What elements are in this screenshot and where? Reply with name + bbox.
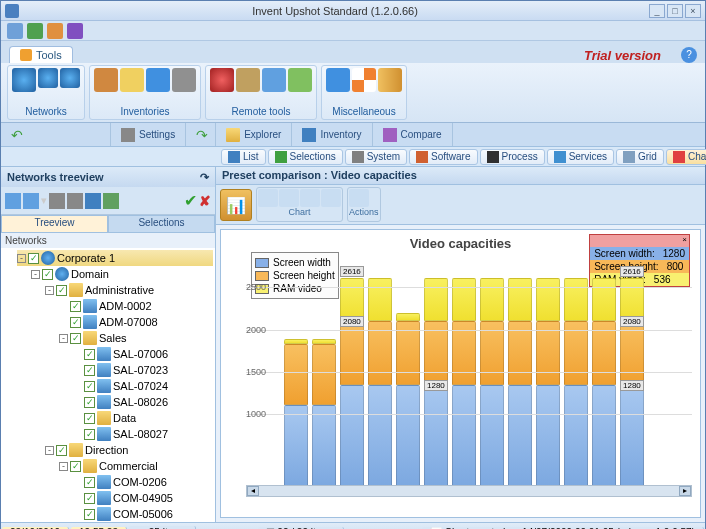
qat-icon[interactable]: [7, 23, 23, 39]
chart-bar[interactable]: 261620801280: [620, 278, 644, 487]
chart-tool[interactable]: [321, 189, 341, 207]
subtab-treeview[interactable]: Treeview: [1, 215, 108, 233]
checkbox[interactable]: ✓: [84, 429, 95, 440]
qat-icon[interactable]: [67, 23, 83, 39]
tool-icon[interactable]: [49, 193, 65, 209]
back-arrow-icon[interactable]: ↶: [11, 127, 23, 143]
view-software[interactable]: Software: [409, 149, 477, 165]
tree-node[interactable]: +✓COM-05006: [73, 506, 213, 522]
checkbox[interactable]: ✓: [84, 365, 95, 376]
tree-node[interactable]: -✓Corporate 1: [17, 250, 213, 266]
remote-icon[interactable]: [236, 68, 260, 92]
checkbox[interactable]: ✓: [84, 477, 95, 488]
chart-bar[interactable]: 26162080: [340, 278, 364, 487]
checkbox[interactable]: ✓: [70, 333, 81, 344]
help-icon[interactable]: ?: [681, 47, 697, 63]
globe-icon[interactable]: [60, 68, 80, 88]
tool-icon[interactable]: [23, 193, 39, 209]
expand-icon[interactable]: -: [45, 446, 54, 455]
refresh-icon[interactable]: ↷: [200, 171, 209, 184]
tree-node[interactable]: +✓SAL-08027: [73, 426, 213, 442]
checkbox[interactable]: ✓: [42, 269, 53, 280]
chart-tool[interactable]: [258, 189, 278, 207]
mode-compare[interactable]: Compare: [373, 123, 453, 146]
exit-icon[interactable]: [378, 68, 402, 92]
mode-settings[interactable]: Settings: [111, 123, 186, 146]
tree-node[interactable]: +✓SAL-08026: [73, 394, 213, 410]
tab-tools[interactable]: Tools: [9, 46, 73, 63]
plot-area[interactable]: 261620801280261620801280 ◂ ▸ 10001500200…: [246, 266, 692, 499]
chart-bar[interactable]: [396, 313, 420, 487]
tooltip-close[interactable]: ×: [590, 235, 689, 247]
checkbox[interactable]: ✓: [84, 349, 95, 360]
chart-bar[interactable]: [508, 278, 532, 487]
tree-node[interactable]: +✓COM-0206: [73, 474, 213, 490]
expand-icon[interactable]: -: [31, 270, 40, 279]
network-tree[interactable]: -✓Corporate 1-✓Domain-✓Administrative+✓A…: [1, 248, 215, 522]
expand-icon[interactable]: -: [45, 286, 54, 295]
globe-icon[interactable]: [12, 68, 36, 92]
chart-bar[interactable]: [452, 278, 476, 487]
close-button[interactable]: ×: [685, 4, 701, 18]
magnify-icon[interactable]: [120, 68, 144, 92]
subtab-selections[interactable]: Selections: [108, 215, 215, 233]
globe-icon[interactable]: [38, 68, 58, 88]
checkbox[interactable]: ✓: [84, 413, 95, 424]
gear-icon[interactable]: [172, 68, 196, 92]
tree-node[interactable]: +✓ADM-0002: [59, 298, 213, 314]
view-list[interactable]: List: [221, 149, 266, 165]
checkbox[interactable]: ✓: [56, 285, 67, 296]
expand-icon[interactable]: -: [59, 462, 68, 471]
tree-node[interactable]: -✓Administrative: [45, 282, 213, 298]
chart-bar[interactable]: [592, 278, 616, 487]
forward-arrow-icon[interactable]: ↷: [196, 127, 208, 143]
broadcast-icon[interactable]: [210, 68, 234, 92]
check-icon[interactable]: ✔: [184, 191, 197, 210]
checkbox[interactable]: ✓: [70, 461, 81, 472]
qat-icon[interactable]: [27, 23, 43, 39]
tree-node[interactable]: +✓SAL-07023: [73, 362, 213, 378]
view-services[interactable]: Services: [547, 149, 614, 165]
chart-tool[interactable]: [300, 189, 320, 207]
tool-icon[interactable]: [67, 193, 83, 209]
box-icon[interactable]: [94, 68, 118, 92]
view-chart[interactable]: Chart: [666, 149, 706, 165]
checkbox[interactable]: ✓: [56, 445, 67, 456]
checkbox[interactable]: ✓: [28, 253, 39, 264]
tool-icon[interactable]: [103, 193, 119, 209]
tree-node[interactable]: -✓Domain: [31, 266, 213, 282]
view-grid[interactable]: Grid: [616, 149, 664, 165]
tree-node[interactable]: +✓SAL-07024: [73, 378, 213, 394]
chart-bar[interactable]: [480, 278, 504, 487]
chart-bar[interactable]: [368, 278, 392, 487]
info-icon[interactable]: [326, 68, 350, 92]
view-selections[interactable]: Selections: [268, 149, 343, 165]
chart-bar[interactable]: [312, 339, 336, 487]
x-icon[interactable]: ✘: [199, 193, 211, 209]
view-process[interactable]: Process: [480, 149, 545, 165]
tool-icon[interactable]: [85, 193, 101, 209]
tree-node[interactable]: +✓ADM-07008: [59, 314, 213, 330]
tree-node[interactable]: -✓Direction: [45, 442, 213, 458]
mode-explorer[interactable]: Explorer: [216, 123, 292, 146]
checkbox[interactable]: ✓: [84, 493, 95, 504]
tree-node[interactable]: -✓Commercial: [59, 458, 213, 474]
action-tool[interactable]: [349, 189, 369, 207]
chart-bar[interactable]: 1280: [424, 278, 448, 487]
remote-icon[interactable]: [262, 68, 286, 92]
checkbox[interactable]: ✓: [84, 509, 95, 520]
info-icon[interactable]: [146, 68, 170, 92]
chart-bar[interactable]: [284, 339, 308, 487]
scroll-left[interactable]: ◂: [247, 486, 259, 496]
scroll-right[interactable]: ▸: [679, 486, 691, 496]
qat-icon[interactable]: [47, 23, 63, 39]
minimize-button[interactable]: _: [649, 4, 665, 18]
tree-node[interactable]: -✓Sales: [59, 330, 213, 346]
tool-icon[interactable]: [5, 193, 21, 209]
checkbox[interactable]: ✓: [70, 317, 81, 328]
tree-node[interactable]: +✓Data: [73, 410, 213, 426]
checkbox[interactable]: ✓: [84, 381, 95, 392]
tree-node[interactable]: +✓SAL-07006: [73, 346, 213, 362]
remote-icon[interactable]: [288, 68, 312, 92]
chart-tool[interactable]: [279, 189, 299, 207]
